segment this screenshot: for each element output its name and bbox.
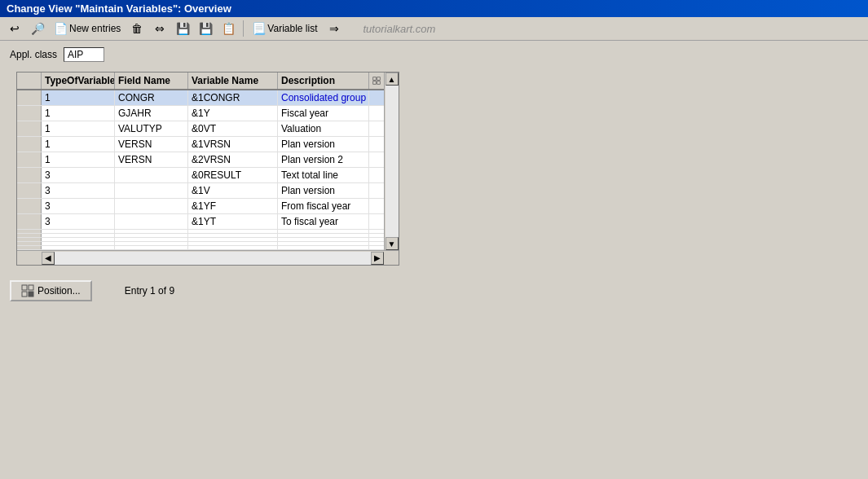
cell-field: GJAHR	[115, 106, 188, 121]
cell-spacer	[369, 121, 384, 136]
cell-type: 1	[42, 152, 115, 167]
save2-icon: 📋	[222, 22, 235, 35]
entry-info: Entry 1 of 9	[125, 285, 174, 297]
scroll-right-btn[interactable]: ▶	[371, 252, 384, 265]
cell-field: VERSN	[115, 137, 188, 152]
cell-field: CONGR	[115, 90, 188, 105]
toolbar: ↩ 🔎 📄 New entries 🗑 ⇔ 💾 💾 📋 📃 Variable l…	[0, 17, 868, 41]
table-row[interactable]	[17, 246, 384, 250]
cell-spacer	[369, 168, 384, 182]
table-row[interactable]: 3&1YFFrom fiscal year	[17, 199, 384, 214]
cell-type	[42, 242, 115, 245]
cell-varname: &1V	[188, 183, 278, 198]
watermark-text: tutorialkart.com	[364, 23, 436, 35]
save-icon: 💾	[176, 22, 189, 35]
table-row[interactable]: 1CONGR&1CONGRConsolidated group	[17, 90, 384, 106]
svg-rect-0	[373, 77, 377, 81]
table-row[interactable]: 1GJAHR&1YFiscal year	[17, 106, 384, 121]
cell-varname: &0VT	[188, 121, 278, 136]
header-desc: Description	[278, 73, 369, 89]
table-row[interactable]: 1VERSN&2VRSNPlan version 2	[17, 152, 384, 168]
row-selector	[17, 230, 42, 233]
cell-varname: &2VRSN	[188, 152, 278, 167]
cell-varname	[188, 230, 278, 233]
header-icon	[369, 73, 384, 89]
cell-type: 1	[42, 90, 115, 105]
cell-spacer	[369, 234, 384, 237]
cell-varname: &1CONGR	[188, 90, 278, 105]
svg-rect-5	[29, 285, 33, 290]
appl-class-label: Appl. class	[10, 49, 57, 60]
scroll-up-btn[interactable]: ▲	[386, 73, 399, 86]
cell-description: Plan version	[278, 183, 369, 198]
undo-button[interactable]: ↩	[5, 20, 24, 37]
row-selector	[17, 152, 42, 167]
cell-description: Fiscal year	[278, 106, 369, 121]
delete-button[interactable]: 🗑	[127, 20, 147, 37]
cell-description	[278, 230, 369, 233]
cell-description	[278, 246, 369, 249]
table-row[interactable]: 3&1YTTo fiscal year	[17, 214, 384, 230]
save2-button[interactable]: 📋	[218, 20, 238, 37]
title-bar: Change View "Maintain Variables": Overvi…	[0, 0, 868, 17]
cell-spacer	[369, 199, 384, 213]
row-selector	[17, 246, 42, 249]
header-varname: Variable Name	[188, 73, 278, 89]
table-row[interactable]: 1VERSN&1VRSNPlan version	[17, 137, 384, 152]
cell-type	[42, 234, 115, 237]
table-row[interactable]: 3&1VPlan version	[17, 183, 384, 199]
cell-type: 1	[42, 121, 115, 136]
header-field: Field Name	[115, 73, 188, 89]
cell-type: 3	[42, 168, 115, 182]
row-selector	[17, 137, 42, 152]
scroll-down-btn[interactable]: ▼	[386, 237, 399, 250]
undo-icon: ↩	[8, 22, 21, 35]
position-button[interactable]: Position...	[10, 280, 92, 301]
cell-type	[42, 230, 115, 233]
cell-type	[42, 238, 115, 241]
new-entries-icon: 📄	[54, 22, 67, 35]
cell-field	[115, 214, 188, 229]
svg-rect-6	[22, 292, 27, 297]
save-local-button[interactable]: 💾	[196, 20, 215, 37]
find-button[interactable]: 🔎	[28, 20, 47, 37]
cell-spacer	[369, 183, 384, 198]
row-selector	[17, 121, 42, 136]
cell-spacer	[369, 137, 384, 152]
table-body: 1CONGR&1CONGRConsolidated group1GJAHR&1Y…	[17, 90, 384, 250]
scroll-track	[386, 86, 399, 237]
cell-varname: &1VRSN	[188, 137, 278, 152]
svg-rect-4	[22, 285, 27, 290]
cell-field	[115, 234, 188, 237]
cell-varname: &1YF	[188, 199, 278, 213]
header-selector	[17, 73, 42, 89]
appl-class-input[interactable]	[64, 47, 104, 62]
position-label: Position...	[37, 285, 81, 297]
cell-description: Valuation	[278, 121, 369, 136]
appl-class-row: Appl. class	[10, 47, 858, 62]
horizontal-scrollbar[interactable]: ◀ ▶	[17, 250, 399, 265]
copy-icon: ⇔	[153, 22, 166, 35]
save-button[interactable]: 💾	[173, 20, 192, 37]
cell-description: Plan version	[278, 137, 369, 152]
cell-type	[42, 246, 115, 249]
cell-field	[115, 199, 188, 213]
row-selector	[17, 214, 42, 229]
table-row[interactable]: 1VALUTYP&0VTValuation	[17, 121, 384, 137]
cell-field	[115, 242, 188, 245]
delete-icon: 🗑	[130, 22, 143, 35]
row-selector	[17, 199, 42, 213]
page-title: Change View "Maintain Variables": Overvi…	[7, 2, 231, 15]
copy-icon-button[interactable]: ⇔	[150, 20, 170, 37]
cell-varname: &0RESULT	[188, 168, 278, 182]
table-row[interactable]: 3&0RESULTText total line	[17, 168, 384, 183]
cell-description	[278, 234, 369, 237]
arrow-button[interactable]: ⇒	[324, 20, 344, 37]
new-entries-button[interactable]: 📄 New entries	[51, 20, 124, 37]
vertical-scrollbar[interactable]: ▲ ▼	[384, 73, 399, 250]
row-selector	[17, 90, 42, 105]
variable-list-button[interactable]: 📃 Variable list	[249, 20, 320, 37]
scroll-left-btn[interactable]: ◀	[42, 252, 55, 265]
cell-field	[115, 238, 188, 241]
cell-field: VERSN	[115, 152, 188, 167]
